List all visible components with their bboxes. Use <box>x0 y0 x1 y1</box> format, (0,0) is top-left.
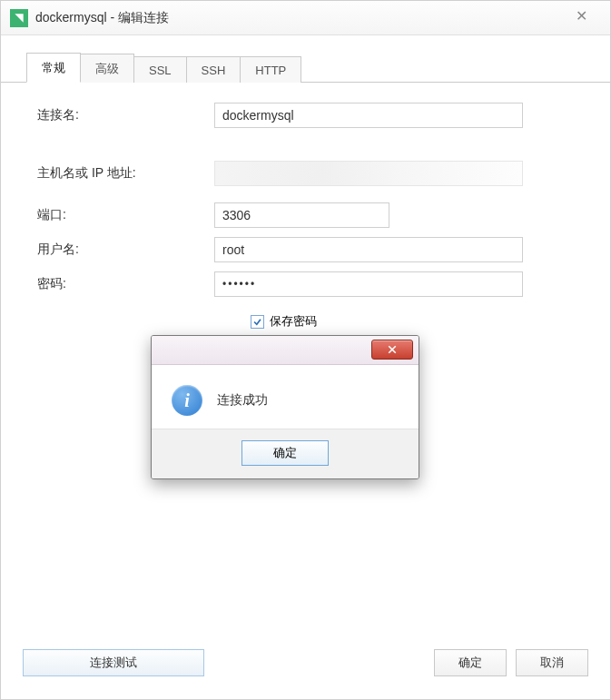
ok-button[interactable]: 确定 <box>434 649 507 676</box>
button-bar: 连接测试 确定 取消 <box>1 645 610 681</box>
tab-advanced[interactable]: 高级 <box>80 54 134 83</box>
window-close-button[interactable]: ✕ <box>563 8 599 26</box>
titlebar: dockermysql - 编辑连接 ✕ <box>1 1 610 35</box>
dialog-close-button[interactable] <box>371 340 413 360</box>
tab-ssl[interactable]: SSL <box>133 56 187 83</box>
connection-name-input[interactable] <box>214 103 523 128</box>
dialog-ok-button[interactable]: 确定 <box>241 440 329 466</box>
window-title: dockermysql - 编辑连接 <box>35 10 169 26</box>
connection-name-label: 连接名: <box>37 107 214 123</box>
save-password-row: 保存密码 <box>251 313 574 330</box>
password-label: 密码: <box>37 276 214 292</box>
tab-ssh[interactable]: SSH <box>186 56 241 83</box>
host-label: 主机名或 IP 地址: <box>37 165 214 182</box>
host-input[interactable] <box>214 161 523 186</box>
tab-http[interactable]: HTTP <box>240 56 301 83</box>
info-icon: i <box>172 385 202 416</box>
tabstrip: 常规 高级 SSL SSH HTTP <box>1 35 610 83</box>
save-password-label: 保存密码 <box>270 313 317 330</box>
password-input[interactable]: •••••• <box>214 271 523 297</box>
port-input[interactable] <box>214 202 389 228</box>
app-icon <box>10 9 28 27</box>
username-label: 用户名: <box>37 242 214 258</box>
dialog-button-row: 确定 <box>152 429 419 478</box>
cancel-button[interactable]: 取消 <box>516 649 588 676</box>
dialog-message: 连接成功 <box>217 392 268 409</box>
port-label: 端口: <box>37 207 214 223</box>
dialog-body: i 连接成功 <box>152 365 419 429</box>
form-area: 连接名: 主机名或 IP 地址: 端口: 用户名: 密码: •••••• 保存密… <box>1 83 610 330</box>
dialog-titlebar <box>152 336 419 365</box>
save-password-checkbox[interactable] <box>251 315 264 329</box>
username-input[interactable] <box>214 237 523 262</box>
test-connection-button[interactable]: 连接测试 <box>23 649 204 676</box>
tab-general[interactable]: 常规 <box>26 53 81 83</box>
edit-connection-window: dockermysql - 编辑连接 ✕ 常规 高级 SSL SSH HTTP … <box>0 0 611 700</box>
message-dialog: i 连接成功 确定 <box>151 335 419 479</box>
